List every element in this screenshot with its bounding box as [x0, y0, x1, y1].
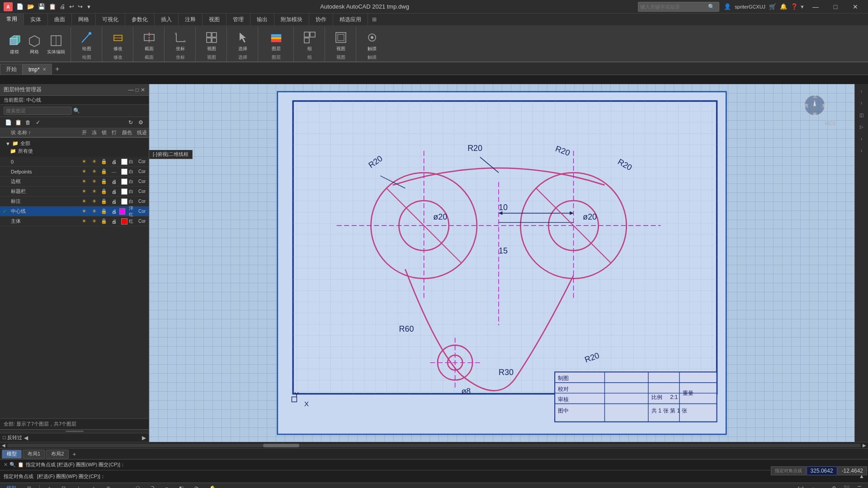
layer-lock-icon-def[interactable]: 🔒	[101, 169, 107, 174]
layer-open-icon-主体[interactable]: ☀	[82, 218, 86, 224]
tab-精选应用[interactable]: 精选应用	[333, 14, 368, 25]
layer-open-icon-边框[interactable]: ☀	[82, 178, 86, 184]
panel-close-icon[interactable]: ✕	[141, 87, 145, 93]
close-button[interactable]: ✕	[846, 0, 864, 14]
invert-checkbox[interactable]: □ 反转过	[3, 434, 22, 441]
layer-lock-icon-边框[interactable]: 🔒	[101, 178, 107, 184]
status-polar-btn[interactable]: ◬	[89, 484, 98, 488]
ribbon-btn-触摸[interactable]: 触摸	[361, 29, 383, 53]
tab-输出[interactable]: 输出	[250, 14, 274, 25]
tab-实体[interactable]: 实体	[24, 14, 48, 25]
status-ducs-btn[interactable]: ⬡	[133, 484, 143, 488]
new-tab-button[interactable]: +	[52, 64, 63, 75]
ribbon-btn-坐标[interactable]: XY 坐标	[169, 29, 192, 53]
set-current-button[interactable]: ✓	[33, 118, 42, 127]
status-ortho-btn[interactable]: ⊥	[74, 484, 84, 488]
panel-btn-3[interactable]: ◫	[856, 109, 867, 120]
scroll-right-btn[interactable]: ▶	[863, 443, 866, 448]
layer-color-swatch-标题栏[interactable]	[121, 188, 127, 195]
layer-color-swatch-def[interactable]	[121, 169, 127, 175]
layer-lock-icon-中心线[interactable]: 🔒	[101, 208, 107, 214]
tab-附加模块[interactable]: 附加模块	[274, 14, 309, 25]
status-zoomplus-btn[interactable]: +	[809, 484, 817, 488]
layer-row-中心线[interactable]: ✓ 中心线 ☀ ✳ 🔒 🖨 洋红 Cor	[0, 206, 149, 216]
layer-search-input[interactable]	[4, 107, 71, 115]
tab-注释[interactable]: 注释	[179, 14, 203, 25]
settings-button[interactable]: ⚙	[136, 118, 145, 127]
ribbon-btn-截面[interactable]: 截面	[138, 29, 160, 53]
layer-open-icon-标注[interactable]: ☀	[82, 198, 86, 204]
maximize-button[interactable]: □	[826, 0, 844, 14]
new-layer-vp-button[interactable]: 📋	[14, 118, 23, 127]
status-cycle-btn[interactable]: ⟳	[192, 484, 201, 488]
layer-lock-icon-标注[interactable]: 🔒	[101, 198, 107, 204]
saveas-icon[interactable]: 📋	[49, 3, 56, 10]
layer-print-icon-0[interactable]: 🖨	[112, 159, 117, 164]
panel-btn-5[interactable]: ↓	[856, 133, 867, 144]
layer-lock-icon-0[interactable]: 🔒	[101, 159, 107, 164]
layer-print-icon-标题栏[interactable]: 🖨	[112, 189, 117, 194]
open-icon[interactable]: 📂	[27, 3, 34, 10]
delete-layer-button[interactable]: 🗑	[24, 118, 33, 127]
command-input-field[interactable]	[107, 474, 857, 479]
layer-freeze-icon-主体[interactable]: ✳	[92, 218, 96, 224]
layer-lock-icon-主体[interactable]: 🔒	[101, 218, 107, 224]
layer-freeze-icon-标注[interactable]: ✳	[92, 198, 96, 204]
status-grid2-btn[interactable]: ⊟	[59, 484, 68, 488]
layer-row-标题栏[interactable]: 标题栏 ☀ ✳ 🔒 🖨 白 Cor	[0, 187, 149, 197]
status-scale-btn[interactable]: 1:1	[795, 484, 807, 488]
filter-all[interactable]: ▼ 📁 全部	[4, 140, 145, 147]
status-zoomminus-btn[interactable]: −	[819, 484, 827, 488]
status-fullscreen-btn[interactable]: ⬛	[841, 484, 853, 488]
ribbon-btn-网格[interactable]: 网格	[25, 33, 43, 56]
layer-color-swatch-标注[interactable]	[121, 198, 127, 205]
layer-freeze-icon-def[interactable]: ✳	[92, 169, 96, 174]
ribbon-btn-组[interactable]: 组	[298, 29, 321, 53]
new-layout-button[interactable]: +	[70, 450, 79, 459]
collapse-panel-btn[interactable]: ◀	[24, 435, 28, 441]
global-search-input[interactable]	[638, 4, 706, 9]
extra-tabs-icon[interactable]: ⊞	[370, 14, 379, 25]
canvas-area[interactable]: R20 R20 R20 R20 R20 ø20 ø20 ø8 R60	[149, 84, 854, 442]
panel-btn-4[interactable]: ▷	[856, 121, 867, 132]
tab-开始[interactable]: 开始	[0, 64, 23, 75]
tab-插入[interactable]: 插入	[155, 14, 179, 25]
ribbon-btn-视图1[interactable]: 视图	[200, 29, 223, 53]
layer-color-swatch-中心线[interactable]	[119, 208, 125, 215]
layer-freeze-icon-中心线[interactable]: ✳	[92, 208, 96, 214]
layer-color-swatch-0[interactable]	[121, 159, 127, 165]
redo-icon[interactable]: ↪	[78, 3, 83, 10]
ribbon-btn-修改[interactable]: 修改	[107, 29, 129, 53]
print-icon[interactable]: 🖨	[60, 3, 66, 10]
layer-print-icon-标注[interactable]: 🖨	[112, 199, 117, 204]
status-custom-btn[interactable]: ☰	[854, 484, 864, 488]
horizontal-scrollbar[interactable]: ◀ ▶	[0, 442, 868, 448]
status-annmon-btn[interactable]: 🔔	[207, 484, 218, 488]
layer-print-icon-边框[interactable]: 🖨	[112, 179, 117, 184]
panel-expand-icon[interactable]: □	[136, 87, 139, 93]
scroll-track-h[interactable]	[7, 444, 861, 447]
tab-管理[interactable]: 管理	[226, 14, 250, 25]
help-dropdown-icon[interactable]: ▼	[800, 4, 805, 9]
layer-lock-icon-标题栏[interactable]: 🔒	[101, 188, 107, 194]
layer-freeze-icon-0[interactable]: ✳	[92, 159, 96, 164]
layer-row-边框[interactable]: 边框 ☀ ✳ 🔒 🖨 白 Cor	[0, 177, 149, 187]
search-icon[interactable]: 🔍	[706, 4, 717, 10]
layer-print-icon-def[interactable]: —	[112, 169, 117, 174]
bell-icon[interactable]: 🔔	[780, 3, 787, 10]
scroll-left-btn[interactable]: ◀	[2, 443, 5, 448]
status-dynin-btn[interactable]: Ↄ	[148, 484, 157, 488]
layer-search-icon[interactable]: 🔍	[73, 108, 80, 114]
new-icon[interactable]: 📄	[16, 3, 24, 10]
refresh-button[interactable]: ↻	[126, 118, 135, 127]
layer-open-icon-def[interactable]: ☀	[82, 169, 86, 174]
ribbon-btn-建模[interactable]: 建模	[5, 33, 24, 56]
layer-print-icon-主体[interactable]: 🖨	[112, 219, 117, 224]
layer-freeze-icon-边框[interactable]: ✳	[92, 178, 96, 184]
ribbon-btn-选择[interactable]: 选择	[231, 29, 254, 53]
new-layer-button[interactable]: 📄	[4, 118, 13, 127]
layer-open-icon-0[interactable]: ☀	[82, 159, 86, 164]
panel-splitter[interactable]	[0, 429, 149, 433]
layout-tab-布局2[interactable]: 布局2	[46, 450, 69, 459]
expand-panel-btn[interactable]: ▶	[142, 435, 146, 441]
